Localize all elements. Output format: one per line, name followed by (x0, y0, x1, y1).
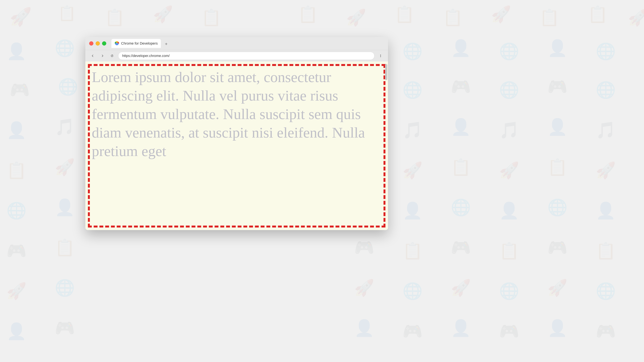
svg-point-6 (380, 56, 381, 57)
bg-icon: 📋 (499, 241, 519, 260)
address-bar[interactable]: https://developer.chrome.com/ (118, 52, 374, 60)
bg-icon: 🎵 (55, 117, 75, 136)
bg-icon: 🚀 (354, 278, 374, 297)
bg-icon: 🎮 (55, 319, 75, 338)
bg-icon: 🚀 (6, 282, 26, 301)
bg-icon: 👤 (6, 42, 26, 61)
bg-icon: 🚀 (55, 158, 75, 177)
bg-icon: 👤 (548, 39, 568, 58)
bg-icon: 🎵 (402, 121, 422, 140)
bg-icon: 🎮 (499, 322, 519, 341)
bg-icon: 🌐 (499, 80, 519, 99)
bg-icon: 🌐 (55, 278, 75, 297)
bg-icon: 🎮 (548, 77, 568, 96)
bg-icon: 🌐 (58, 77, 78, 96)
bg-icon: 🚀 (499, 161, 519, 180)
bg-icon: 🌐 (6, 201, 26, 220)
bg-icon: 🌐 (55, 39, 75, 58)
bg-icon: 🎮 (451, 77, 471, 96)
bg-icon: 👤 (6, 322, 26, 341)
bg-icon: 👤 (451, 319, 471, 338)
address-text: https://developer.chrome.com/ (122, 54, 370, 58)
bg-icon: 🚀 (402, 161, 422, 180)
bg-icon: 🌐 (596, 80, 616, 99)
bg-icon: 📋 (298, 5, 318, 24)
chrome-favicon (115, 41, 119, 46)
bg-icon: 📋 (55, 238, 75, 257)
scrollbar[interactable] (385, 64, 387, 80)
bg-icon: 🚀 (548, 278, 568, 297)
bg-icon: 🌐 (499, 282, 519, 301)
minimize-button[interactable] (96, 41, 100, 45)
bg-icon: 🌐 (596, 282, 616, 301)
bg-icon: 📋 (58, 5, 76, 22)
bg-icon: 🚀 (346, 8, 366, 27)
bg-icon: 🎮 (451, 238, 471, 257)
bg-icon: 🚀 (491, 5, 511, 24)
bg-icon: 🚀 (10, 6, 32, 27)
bg-icon: 👤 (548, 117, 568, 136)
bg-icon: 🚀 (596, 161, 616, 180)
svg-point-4 (380, 54, 381, 55)
svg-point-5 (380, 55, 381, 56)
bg-icon: 👤 (548, 319, 568, 338)
bg-icon: 🎵 (499, 121, 519, 140)
browser-tab[interactable]: Chrome for Developers (112, 39, 161, 48)
maximize-button[interactable] (102, 41, 106, 45)
bg-icon: 👤 (451, 39, 471, 58)
bg-icon: 👤 (402, 201, 422, 220)
bg-icon: 🎮 (402, 322, 422, 341)
bg-icon: 👤 (499, 201, 519, 220)
bg-icon: 👤 (596, 201, 616, 220)
bg-icon: 🌐 (548, 198, 568, 217)
bg-icon: 🎮 (10, 80, 30, 99)
bg-icon: 🌐 (596, 42, 616, 61)
bg-icon: 🚀 (628, 8, 644, 27)
back-button[interactable] (89, 52, 96, 59)
bg-icon: 📋 (548, 158, 568, 177)
title-bar: Chrome for Developers + (85, 37, 388, 50)
close-button[interactable] (89, 41, 94, 45)
bg-icon: 🌐 (499, 42, 519, 61)
bg-icon: 📋 (105, 8, 125, 27)
nav-bar: https://developer.chrome.com/ (85, 50, 388, 61)
bg-icon: 🌐 (402, 80, 422, 99)
browser-window: Chrome for Developers + https://develope… (85, 37, 388, 230)
bg-icon: 🎵 (596, 121, 616, 140)
page-content: Lorem ipsum dolor sit amet, consectetur … (85, 61, 388, 230)
bg-icon: 🚀 (451, 278, 471, 297)
bg-icon: 🌐 (402, 282, 422, 301)
browser-menu-button[interactable] (377, 52, 384, 59)
bg-icon: 📋 (6, 161, 26, 180)
bg-icon: 📋 (588, 5, 608, 24)
tab-title: Chrome for Developers (121, 41, 158, 45)
bg-icon: 👤 (6, 121, 26, 140)
bg-icon: 📋 (201, 8, 222, 27)
bg-icon: 📋 (394, 5, 414, 24)
bg-icon: 📋 (402, 241, 422, 260)
bg-icon: 🎮 (354, 238, 374, 257)
bg-icon: 📋 (451, 158, 471, 177)
bg-icon: 👤 (354, 319, 374, 338)
forward-button[interactable] (99, 52, 106, 59)
traffic-lights (89, 41, 106, 45)
lorem-text: Lorem ipsum dolor sit amet, consectetur … (92, 68, 378, 160)
tab-bar: Chrome for Developers + (112, 39, 384, 48)
bg-icon: 🚀 (153, 5, 173, 24)
reload-button[interactable] (108, 52, 116, 59)
bg-icon: 📋 (443, 8, 463, 27)
bg-icon: 👤 (451, 117, 471, 136)
bg-icon: 🎮 (596, 322, 616, 341)
bg-icon: 📋 (596, 241, 616, 260)
svg-point-3 (116, 43, 118, 44)
bg-icon: 🎮 (6, 241, 26, 260)
bg-icon: 🌐 (402, 42, 422, 61)
bg-icon: 👤 (55, 198, 75, 217)
bg-icon: 🎮 (548, 238, 568, 257)
bg-icon: 📋 (539, 8, 560, 27)
new-tab-button[interactable]: + (162, 40, 170, 48)
bg-icon: 🌐 (451, 198, 471, 217)
